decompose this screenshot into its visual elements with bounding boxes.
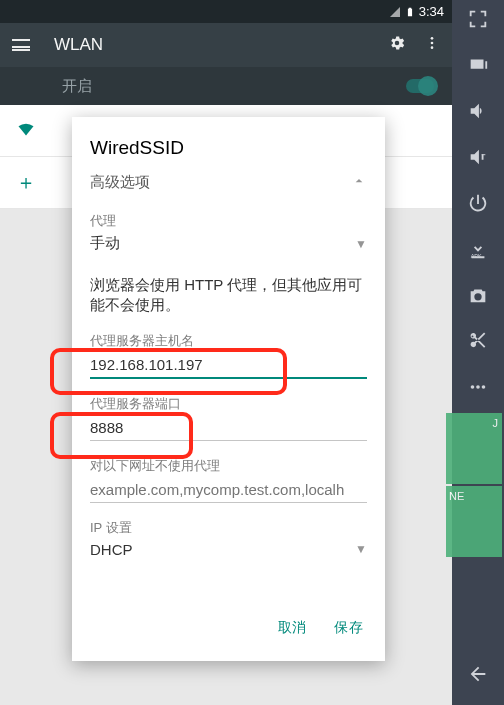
proxy-value: 手动 — [90, 234, 120, 253]
svg-point-4 — [471, 385, 475, 389]
battery-icon — [405, 5, 415, 19]
install-apk-icon[interactable]: APK — [467, 238, 489, 260]
bypass-input[interactable] — [90, 475, 367, 503]
signal-icon — [389, 6, 401, 18]
device-screen: 3:34 WLAN 开启 ＋ WiredSSID 高级选项 — [0, 0, 452, 705]
status-bar: 3:34 — [0, 0, 452, 23]
proxy-port-label: 代理服务器端口 — [90, 395, 367, 413]
wifi-master-toggle-row[interactable]: 开启 — [0, 67, 452, 105]
app-toolbar: WLAN — [0, 23, 452, 67]
toolbar-title: WLAN — [54, 35, 103, 55]
master-toggle-label: 开启 — [62, 77, 92, 96]
cancel-button[interactable]: 取消 — [278, 619, 307, 637]
svg-point-1 — [431, 42, 434, 45]
proxy-label: 代理 — [90, 212, 367, 230]
rotate-icon[interactable] — [467, 54, 489, 76]
scrcpy-side-toolbar: APK — [452, 0, 504, 705]
svg-point-0 — [431, 37, 434, 40]
proxy-port-input[interactable] — [90, 413, 367, 441]
save-button[interactable]: 保存 — [334, 619, 363, 637]
ip-settings-value: DHCP — [90, 541, 133, 558]
advanced-options-label: 高级选项 — [90, 173, 150, 192]
proxy-note: 浏览器会使用 HTTP 代理，但其他应用可能不会使用。 — [90, 275, 367, 316]
svg-text:APK: APK — [471, 253, 482, 259]
dialog-actions: 取消 保存 — [90, 609, 367, 647]
ide-panel-peek: J — [446, 413, 502, 484]
advanced-options-row[interactable]: 高级选项 — [90, 173, 367, 192]
ide-panel-peek: NE — [446, 486, 502, 557]
dialog-title: WiredSSID — [90, 137, 367, 159]
overflow-icon[interactable] — [424, 35, 440, 55]
bypass-label: 对以下网址不使用代理 — [90, 457, 367, 475]
status-time: 3:34 — [419, 4, 444, 19]
gear-icon[interactable] — [388, 34, 406, 56]
ip-settings-select[interactable]: DHCP ▼ — [90, 541, 367, 558]
toggle-switch[interactable] — [406, 79, 434, 93]
caret-down-icon: ▼ — [355, 542, 367, 556]
proxy-select[interactable]: 手动 ▼ — [90, 234, 367, 253]
screenshot-icon[interactable] — [467, 284, 489, 306]
fullscreen-icon[interactable] — [467, 8, 489, 30]
wifi-icon — [16, 118, 38, 143]
ip-settings-label: IP 设置 — [90, 519, 367, 537]
power-icon[interactable] — [467, 192, 489, 214]
svg-point-6 — [482, 385, 486, 389]
network-settings-dialog: WiredSSID 高级选项 代理 手动 ▼ 浏览器会使用 HTTP 代理，但其… — [72, 117, 385, 661]
caret-down-icon: ▼ — [355, 237, 367, 251]
proxy-host-label: 代理服务器主机名 — [90, 332, 367, 350]
volume-up-icon[interactable] — [467, 100, 489, 122]
svg-point-2 — [431, 46, 434, 49]
volume-down-icon[interactable] — [467, 146, 489, 168]
cut-icon[interactable] — [467, 330, 489, 352]
proxy-host-input[interactable] — [90, 350, 367, 379]
add-icon: ＋ — [16, 169, 38, 196]
chevron-up-icon — [351, 173, 367, 192]
back-icon[interactable] — [467, 663, 489, 685]
svg-point-5 — [476, 385, 480, 389]
more-icon[interactable] — [467, 376, 489, 398]
menu-icon[interactable] — [12, 39, 30, 51]
